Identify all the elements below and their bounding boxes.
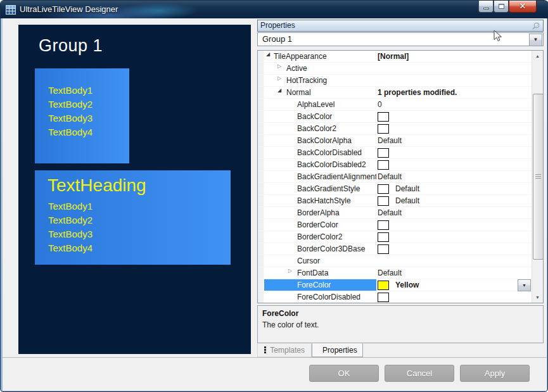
property-row-BackColor[interactable]: BackColor [258,111,532,123]
ok-button[interactable]: OK [309,365,379,382]
property-value-cell[interactable] [376,219,532,231]
color-swatch[interactable] [378,281,389,290]
property-name[interactable]: BorderColor [264,219,376,231]
property-name[interactable]: BackGradientStyle [264,183,376,194]
property-row-BackColorDisabled2[interactable]: BackColorDisabled2 [258,159,532,171]
property-row-TileAppearance[interactable]: ◢TileAppearance[Normal] [258,51,532,63]
property-value-cell[interactable]: 0 [376,99,532,110]
cancel-button[interactable]: Cancel [385,365,454,382]
property-row-BorderColor[interactable]: BorderColor [258,219,532,231]
collapse-icon[interactable]: ◢ [277,87,281,93]
color-swatch[interactable] [378,220,389,230]
property-value-cell[interactable]: Default [376,183,532,194]
color-swatch[interactable] [378,196,389,206]
property-row-BackGradientAlignment[interactable]: BackGradientAlignmentDefault [258,171,532,183]
property-row-HotTracking[interactable]: ▷HotTracking [258,75,532,87]
tab-properties[interactable]: Properties [312,343,363,357]
scrollbar-thumb[interactable] [533,94,544,260]
property-row-BackHatchStyle[interactable]: BackHatchStyleDefault [258,195,532,207]
collapse-icon[interactable]: ◢ [266,51,270,57]
expand-icon[interactable]: ▷ [277,63,281,69]
apply-button[interactable]: Apply [460,365,530,382]
property-value-cell[interactable]: Default [376,207,532,218]
property-name[interactable]: ▷Active [264,63,376,74]
property-row-BackColorDisabled[interactable]: BackColorDisabled [258,147,532,159]
property-row-BackColor2[interactable]: BackColor2 [258,123,532,135]
property-name[interactable]: ForeColor [264,279,376,291]
row-gutter [258,135,264,146]
property-value-cell[interactable]: 1 properties modified. [376,87,532,98]
property-name[interactable]: BackColor2 [264,123,376,134]
property-value-cell[interactable] [376,255,532,267]
property-value-cell[interactable] [376,291,532,303]
property-row-BackColorAlpha[interactable]: BackColorAlphaDefault [258,135,532,147]
vertical-scrollbar[interactable]: ▲ ▼ [532,51,543,303]
color-swatch[interactable] [378,112,389,122]
color-swatch[interactable] [378,124,389,134]
tile-preview-canvas[interactable]: Group 1 TextBody1 TextBody2 TextBody3 Te… [18,25,251,354]
property-name[interactable]: BorderAlpha [264,207,376,218]
property-name[interactable]: ▷FontData [264,267,376,279]
property-row-Cursor[interactable]: Cursor [258,255,532,267]
tile-small[interactable]: TextBody1 TextBody2 TextBody3 TextBody4 [35,68,129,163]
property-value-cell[interactable]: [Normal] [376,51,532,62]
property-name[interactable]: ForeColorDisabled [264,291,376,303]
tile-wide[interactable]: TextHeading TextBody1 TextBody2 TextBody… [35,170,231,265]
color-swatch[interactable] [378,293,389,302]
property-name[interactable]: BorderColor2 [264,231,376,243]
color-swatch[interactable] [378,244,389,254]
property-name[interactable]: ◢Normal [264,87,376,98]
scroll-down-button[interactable]: ▼ [532,292,543,303]
property-row-Active[interactable]: ▷Active [258,63,532,75]
property-row-AlphaLevel[interactable]: AlphaLevel0 [258,99,532,111]
property-row-Normal[interactable]: ◢Normal1 properties modified. [258,87,532,99]
property-name[interactable]: BorderColor3DBase [264,243,376,255]
value-dropdown-button[interactable]: ▼ [518,279,531,291]
property-name[interactable]: ▷HotTracking [264,75,376,86]
property-row-BorderAlpha[interactable]: BorderAlphaDefault [258,207,532,219]
color-swatch[interactable] [378,232,389,242]
property-row-BorderColor3DBase[interactable]: BorderColor3DBase [258,243,532,255]
property-name[interactable]: BackColorAlpha [264,135,376,146]
property-name[interactable]: BackColorDisabled2 [264,159,376,170]
property-row-BackGradientStyle[interactable]: BackGradientStyleDefault [258,183,532,195]
minimize-button[interactable] [478,1,494,13]
color-swatch[interactable] [378,184,389,194]
property-value-cell[interactable] [376,75,532,86]
property-value-cell[interactable] [376,243,532,255]
tab-templates[interactable]: Templates [257,343,312,357]
combo-dropdown-button[interactable]: ▼ [529,34,542,46]
property-value-cell[interactable]: Default [376,171,532,182]
property-value-cell[interactable] [376,111,532,122]
property-value-cell[interactable]: Default [376,135,532,146]
property-name[interactable]: Cursor [264,255,376,267]
color-swatch[interactable] [378,148,389,158]
property-name[interactable]: BackGradientAlignment [264,171,376,182]
property-name[interactable]: BackColorDisabled [264,147,376,158]
property-value-cell[interactable] [376,123,532,134]
color-swatch[interactable] [378,160,389,170]
property-value-cell[interactable]: Yellow▼ [376,279,532,291]
property-value-cell[interactable]: Default [376,267,532,279]
property-value-cell[interactable]: Default [376,195,532,206]
maximize-button[interactable] [494,1,509,13]
expand-icon[interactable]: ▷ [277,75,281,81]
pin-icon[interactable] [532,22,540,30]
property-value-cell[interactable] [376,231,532,243]
property-value-cell[interactable] [376,147,532,158]
close-icon: ✕ [509,1,536,11]
property-name[interactable]: AlphaLevel [264,99,376,110]
property-name[interactable]: BackColor [264,111,376,122]
property-value-cell[interactable] [376,63,532,74]
expand-icon[interactable]: ▷ [288,268,292,274]
property-name[interactable]: BackHatchStyle [264,195,376,206]
property-row-ForeColorDisabled[interactable]: ForeColorDisabled [258,291,532,303]
property-value-cell[interactable] [376,159,532,170]
property-row-FontData[interactable]: ▷FontDataDefault [258,267,532,279]
close-button[interactable]: ✕ [509,1,537,13]
scroll-up-button[interactable]: ▲ [532,51,543,61]
property-row-BorderColor2[interactable]: BorderColor2 [258,231,532,243]
title-bar[interactable]: UltraLiveTileView Designer ✕ [1,1,548,18]
property-row-ForeColor[interactable]: ForeColorYellow▼ [258,279,532,291]
property-name[interactable]: ◢TileAppearance [264,51,376,62]
